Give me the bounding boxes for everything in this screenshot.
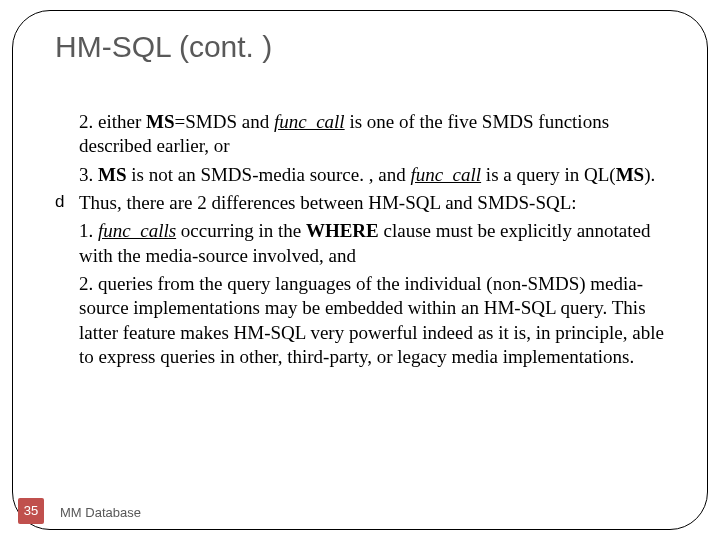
page-number: 35: [18, 498, 44, 524]
slide: HM-SQL (cont. ) 2. either MS=SMDS and fu…: [0, 0, 720, 540]
slide-title: HM-SQL (cont. ): [55, 30, 272, 64]
bullet-thus: d Thus, there are 2 differences between …: [55, 191, 665, 215]
bullet-icon: d: [55, 193, 73, 210]
text: 2. either: [79, 111, 146, 132]
ms-bold: MS: [146, 111, 175, 132]
ms-bold: MS: [98, 164, 127, 185]
text: 1.: [79, 220, 98, 241]
func-call-italic: func_call: [274, 111, 345, 132]
diff-2: 2. queries from the query languages of t…: [79, 272, 665, 369]
text: ).: [644, 164, 655, 185]
diff-1: 1. func_calls occurring in the WHERE cla…: [79, 219, 665, 268]
text: occurring in the: [176, 220, 306, 241]
body-text: 2. either MS=SMDS and func_call is one o…: [55, 110, 665, 373]
text: 2. queries from the query languages of t…: [79, 273, 664, 367]
where-bold: WHERE: [306, 220, 379, 241]
text: 3.: [79, 164, 98, 185]
footer-label: MM Database: [60, 505, 141, 520]
point-3: 3. MS is not an SMDS-media source. , and…: [79, 163, 665, 187]
text: =SMDS and: [175, 111, 274, 132]
func-call-italic: func_call: [410, 164, 481, 185]
point-2: 2. either MS=SMDS and func_call is one o…: [79, 110, 665, 159]
text: is not an SMDS-media source. , and: [127, 164, 411, 185]
text: Thus, there are 2 differences between HM…: [79, 192, 577, 213]
text: is a query in QL(: [481, 164, 616, 185]
func-calls-italic: func_calls: [98, 220, 176, 241]
ms-bold: MS: [616, 164, 645, 185]
